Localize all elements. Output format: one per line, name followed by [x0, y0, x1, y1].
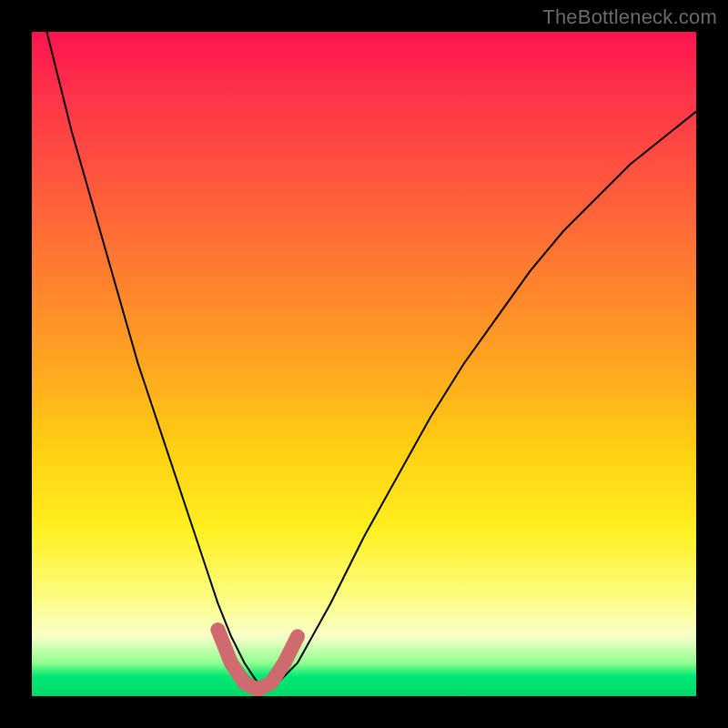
chart-svg — [32, 32, 696, 696]
watermark-text: TheBottleneck.com — [542, 5, 717, 29]
outer-frame: TheBottleneck.com — [0, 0, 728, 728]
optimal-zone-highlight — [217, 630, 298, 690]
chart-plot-area — [32, 32, 696, 696]
bottleneck-curve — [32, 32, 696, 690]
